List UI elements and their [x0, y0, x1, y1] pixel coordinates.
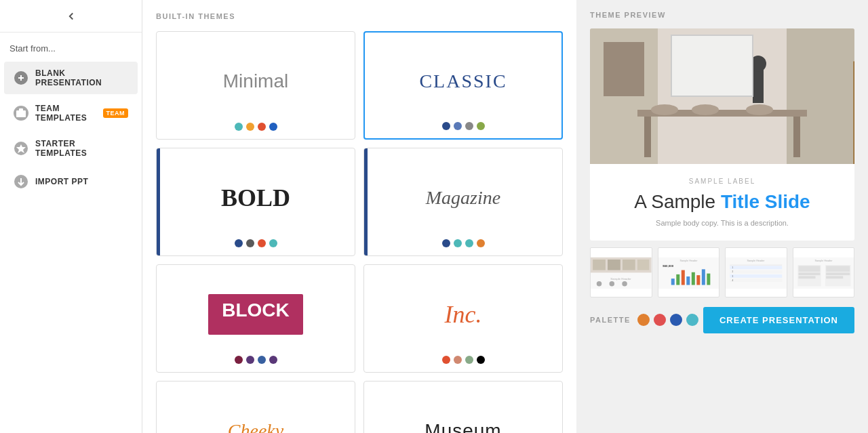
preview-main-slide: SAMPLE LABEL A Sample Title Slide Sample… [590, 28, 854, 241]
preview-image [590, 28, 854, 164]
svg-rect-15 [644, 117, 651, 157]
palette-section: PALETTE [590, 314, 698, 326]
preview-footer: PALETTE CREATE PRESENTATION [590, 307, 854, 333]
magazine-accent-bar [364, 148, 368, 255]
sidebar-item-starter[interactable]: STARTER TEMPLATES [4, 132, 138, 165]
svg-text:2: 2 [732, 270, 733, 273]
preview-panel: THEME PREVIEW [576, 0, 868, 433]
headline-part1: A Sample [634, 191, 721, 212]
palette-dot-2[interactable] [654, 314, 666, 326]
svg-text:3: 3 [732, 274, 733, 277]
preview-body-copy: Sample body copy. This is a description. [606, 219, 838, 227]
theme-bold-name: BOLD [221, 184, 290, 212]
palette-dots [637, 314, 698, 326]
theme-inc-name: Inc. [445, 300, 482, 329]
svg-point-35 [597, 281, 602, 286]
svg-point-17 [651, 104, 678, 115]
theme-minimal-name: Minimal [223, 70, 288, 92]
svg-rect-47 [701, 269, 705, 285]
preview-thumb-3[interactable]: Sample Header 1 2 3 4 [725, 247, 787, 297]
theme-inc-dots [442, 356, 485, 364]
svg-text:Sample Header: Sample Header [747, 260, 765, 262]
svg-point-18 [692, 104, 719, 115]
svg-text:Sample Header: Sample Header [679, 260, 698, 262]
svg-rect-26 [671, 35, 753, 96]
svg-rect-52 [730, 266, 782, 269]
svg-rect-20 [753, 69, 764, 103]
palette-label: PALETTE [590, 316, 631, 324]
team-icon [14, 106, 28, 121]
svg-text:Sample Header: Sample Header [814, 260, 833, 262]
theme-card-inc[interactable]: Inc. [363, 264, 563, 373]
svg-text:1: 1 [732, 266, 733, 269]
svg-rect-64 [798, 266, 820, 272]
svg-point-19 [746, 104, 773, 115]
svg-rect-5 [19, 108, 23, 112]
theme-card-block[interactable]: BLOCK [156, 264, 355, 373]
svg-rect-42 [676, 274, 679, 285]
create-presentation-button[interactable]: CREATE PRESENTATION [703, 307, 854, 333]
palette-dot-3[interactable] [670, 314, 682, 326]
theme-bold-dots [235, 239, 277, 247]
theme-classic-name: CLASSIC [419, 70, 507, 92]
svg-rect-65 [798, 272, 820, 275]
starter-icon [14, 141, 28, 156]
svg-rect-53 [730, 270, 782, 273]
svg-rect-32 [623, 260, 635, 270]
theme-block-dots [235, 356, 277, 364]
palette-dot-4[interactable] [686, 314, 698, 326]
blank-icon [14, 70, 28, 85]
svg-rect-31 [608, 260, 620, 270]
import-icon [14, 174, 28, 189]
start-from-label: Start from... [0, 33, 142, 60]
theme-museum-name: Museum [425, 420, 501, 433]
sidebar: Start from... BLANK PRESENTATION TEAM TE… [0, 0, 142, 433]
headline-part2: Title Slide [721, 191, 810, 212]
svg-point-37 [622, 281, 627, 286]
svg-rect-41 [671, 279, 674, 285]
blank-label: BLANK PRESENTATION [35, 68, 128, 87]
back-button[interactable] [0, 0, 142, 33]
svg-text:4: 4 [732, 279, 733, 281]
palette-dot-1[interactable] [637, 314, 650, 326]
team-badge: TEAM [103, 108, 129, 118]
svg-rect-45 [691, 272, 694, 285]
theme-card-minimal[interactable]: Minimal [156, 31, 355, 140]
preview-headline: A Sample Title Slide [606, 190, 838, 213]
bold-accent-bar [157, 148, 160, 255]
theme-magazine-name: Magazine [426, 187, 500, 209]
theme-cheeky-name: Cheeky [228, 420, 283, 433]
sidebar-item-team[interactable]: TEAM TEMPLATES TEAM [4, 97, 138, 129]
svg-rect-69 [826, 276, 843, 279]
theme-card-magazine[interactable]: Magazine [363, 148, 563, 256]
svg-text:Sample Header: Sample Header [610, 277, 631, 281]
import-label: IMPORT PPT [35, 177, 88, 186]
themes-panel: BUILT-IN THEMES Minimal CLASSIC [142, 0, 576, 433]
themes-section-title: BUILT-IN THEMES [156, 12, 563, 20]
sidebar-item-blank[interactable]: BLANK PRESENTATION [4, 62, 138, 94]
svg-text:$60,000: $60,000 [663, 264, 673, 267]
theme-card-bold[interactable]: BOLD [156, 148, 355, 256]
theme-magazine-dots [442, 239, 485, 247]
svg-rect-16 [793, 117, 800, 157]
preview-thumbs: Sample Header Sample Header $60,000 [590, 247, 854, 297]
preview-thumb-2[interactable]: Sample Header $60,000 [658, 247, 720, 297]
theme-classic-dots [442, 122, 485, 130]
svg-rect-33 [637, 260, 650, 270]
svg-rect-25 [604, 42, 644, 96]
themes-grid: Minimal CLASSIC BOLD [156, 31, 563, 433]
back-icon [65, 10, 77, 22]
theme-card-classic[interactable]: CLASSIC [363, 31, 563, 140]
svg-rect-67 [826, 266, 850, 272]
preview-thumb-1[interactable]: Sample Header [590, 247, 652, 297]
theme-block-name: BLOCK [222, 300, 290, 321]
svg-rect-54 [730, 274, 782, 277]
preview-thumb-4[interactable]: Sample Header [793, 247, 855, 297]
theme-card-museum[interactable]: Museum [363, 381, 563, 433]
svg-rect-30 [593, 260, 606, 270]
svg-rect-55 [730, 279, 782, 282]
block-bg: BLOCK [208, 294, 303, 335]
starter-label: STARTER TEMPLATES [35, 139, 128, 158]
sidebar-item-import[interactable]: IMPORT PPT [4, 167, 138, 196]
theme-card-cheeky[interactable]: Cheeky [156, 381, 355, 433]
